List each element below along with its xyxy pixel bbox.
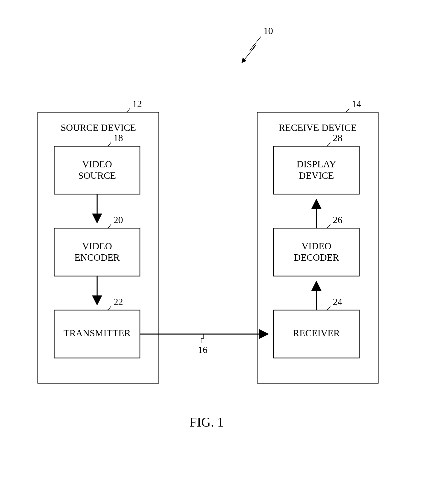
system-ref-arrow [244, 37, 261, 60]
receive-device-title: RECEIVE DEVICE [279, 122, 356, 133]
source-device: 12 SOURCE DEVICE 18 VIDEO SOURCE 20 VIDE… [38, 99, 159, 383]
video-encoder-label1: VIDEO [82, 241, 112, 251]
video-decoder-label1: VIDEO [302, 241, 331, 251]
channel-ref-leader [201, 334, 204, 343]
diagram-root: 10 12 SOURCE DEVICE 18 VIDEO SOURCE 20 V… [0, 0, 448, 480]
video-decoder-label2: DECODER [294, 252, 339, 263]
video-decoder-ref: 26 [333, 215, 342, 225]
system-ref-number: 10 [263, 25, 273, 36]
system-ref: 10 [244, 25, 273, 60]
video-source-label2: SOURCE [78, 170, 116, 181]
transmitter-label: TRANSMITTER [64, 328, 131, 338]
display-device-label2: DEVICE [299, 170, 334, 181]
receive-device-ref: 14 [352, 99, 361, 109]
figure-caption: FIG. 1 [190, 415, 224, 429]
video-source-ref: 18 [113, 133, 123, 143]
video-encoder-ref: 20 [113, 215, 123, 225]
display-device-ref: 28 [333, 133, 342, 143]
video-encoder-label2: ENCODER [74, 252, 120, 263]
receive-device-ref-leader [345, 108, 349, 112]
channel-ref: 16 [198, 344, 207, 355]
source-device-ref-leader [126, 108, 130, 112]
display-device-label1: DISPLAY [297, 159, 336, 169]
source-device-ref: 12 [132, 99, 142, 109]
receiver-label: RECEIVER [293, 328, 340, 338]
receive-device: 14 RECEIVE DEVICE 28 DISPLAY DEVICE 26 V… [257, 99, 378, 383]
source-device-title: SOURCE DEVICE [61, 122, 136, 133]
receiver-ref: 24 [333, 296, 342, 307]
video-source-label1: VIDEO [82, 159, 112, 169]
transmitter-ref: 22 [113, 296, 123, 307]
